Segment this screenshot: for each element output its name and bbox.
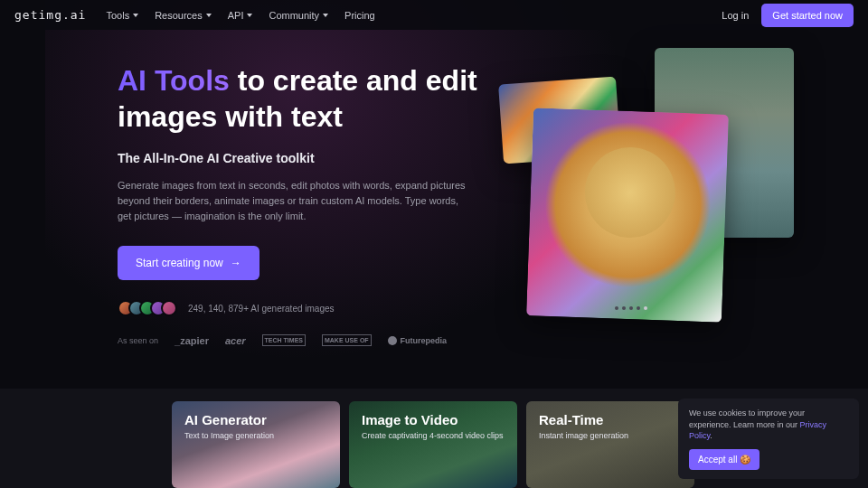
press-acer: acer [225,335,246,346]
sample-image-main [526,108,729,322]
press-techtimes: TECH TIMES [262,334,306,346]
feature-title: Image to Video [362,412,505,427]
hero: AI Tools to create and edit images with … [0,30,868,346]
feature-title: Real-Time [539,412,682,427]
nav-api[interactable]: API [228,10,253,21]
login-link[interactable]: Log in [722,10,749,21]
globe-icon [388,336,397,345]
cookie-text-end: . [710,431,712,440]
press-futurepedia: Futurepedia [388,336,448,345]
nav-resources[interactable]: Resources [155,10,212,21]
feature-ai-generator[interactable]: AI Generator Text to Image generation [172,401,340,488]
nav-community[interactable]: Community [269,10,328,21]
nav-label: Community [269,10,319,21]
chevron-down-icon [247,14,252,17]
nav-pricing[interactable]: Pricing [344,10,375,21]
carousel-dots[interactable] [615,306,647,310]
feature-real-time[interactable]: Real-Time Instant image generation [526,401,694,488]
nav-label: Pricing [344,10,375,21]
feature-title: AI Generator [184,412,327,427]
avatar-stack [118,300,177,316]
as-seen-label: As seen on [118,336,158,345]
hero-description: Generate images from text in seconds, ed… [118,178,475,224]
dot[interactable] [629,306,633,310]
main-nav: Tools Resources API Community Pricing [106,10,374,21]
hero-title-accent: AI Tools [118,64,230,97]
dot[interactable] [622,306,626,310]
hero-subtitle: The All-In-One AI Creative toolkit [118,151,479,165]
avatar [161,300,177,316]
nav-label: Tools [106,10,129,21]
chevron-down-icon [206,14,212,17]
dot[interactable] [637,306,640,310]
cookie-text: We use cookies to improve your experienc… [689,408,805,429]
press-row: As seen on _zapier acer TECH TIMES MAKE … [118,334,479,346]
dot[interactable] [615,306,618,310]
social-proof-text: 249, 140, 879+ AI generated images [188,304,335,314]
hero-gallery [488,48,868,337]
feature-subtitle: Create captivating 4-second video clips [362,431,505,440]
press-zapier: _zapier [175,335,209,346]
feature-subtitle: Text to Image generation [184,431,327,440]
arrow-right-icon: → [231,257,241,269]
press-makeuseof: MAKE USE OF [322,334,372,346]
accept-cookies-button[interactable]: Accept all 🍪 [689,449,760,470]
chevron-down-icon [133,14,138,17]
nav-label: API [228,10,244,21]
feature-subtitle: Instant image generation [539,431,682,440]
nav-tools[interactable]: Tools [106,10,138,21]
brand-logo[interactable]: getimg.ai [14,8,86,22]
hero-title: AI Tools to create and edit images with … [118,62,479,135]
dot-active[interactable] [644,306,647,310]
header: getimg.ai Tools Resources API Community … [0,0,868,30]
chevron-down-icon [323,14,328,17]
social-proof: 249, 140, 879+ AI generated images [118,300,479,316]
feature-image-to-video[interactable]: Image to Video Create captivating 4-seco… [349,401,517,488]
cookie-banner: We use cookies to improve your experienc… [678,399,859,479]
start-creating-button[interactable]: Start creating now → [118,246,259,280]
start-button-label: Start creating now [136,257,223,269]
nav-label: Resources [155,10,203,21]
get-started-button[interactable]: Get started now [761,4,854,27]
